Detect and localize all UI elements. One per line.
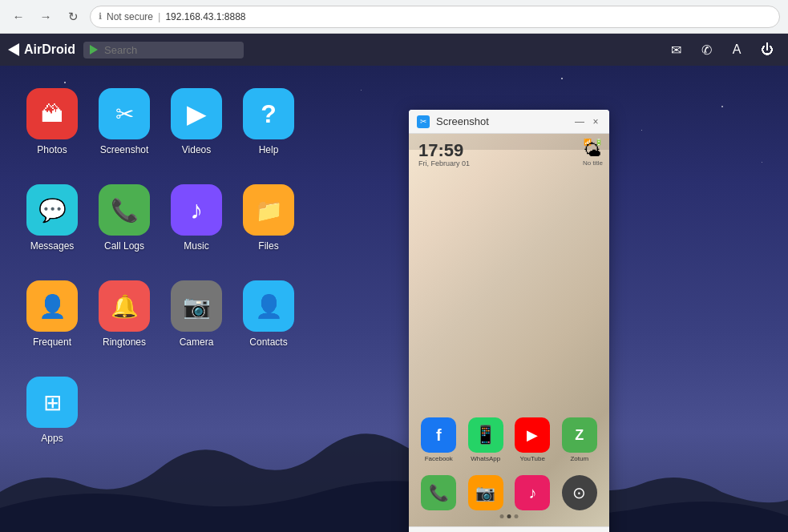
minimize-button[interactable]: — <box>574 116 585 127</box>
photos-icon: 🏔 <box>26 88 78 139</box>
app-item-help[interactable]: ? Help <box>232 74 305 170</box>
app-item-videos[interactable]: ▶ Videos <box>160 74 232 170</box>
videos-icon: ▶ <box>171 88 222 139</box>
dot-3 <box>515 514 519 518</box>
calllogs-icon: 📞 <box>99 184 150 236</box>
message-icon-btn[interactable]: ✉ <box>663 37 689 62</box>
url-text: 192.168.43.1:8888 <box>165 11 245 22</box>
camera-icon: 📷 <box>171 280 222 332</box>
youtube-icon: ▶ <box>515 417 550 453</box>
window-title-text: Screenshot <box>436 115 568 127</box>
phone-app-gallery[interactable]: ⊙ <box>562 475 597 510</box>
refresh-button[interactable]: ↻ <box>63 6 83 27</box>
facebook-icon: f <box>421 417 456 453</box>
screenshot-window: ✂ Screenshot — × 📶 🔋 17:59 Fri, February… <box>409 110 609 532</box>
page-dots <box>500 514 519 518</box>
separator: | <box>158 10 160 22</box>
window-controls: — × <box>574 116 601 127</box>
photos-label: Photos <box>37 144 67 155</box>
app-item-music[interactable]: ♪ Music <box>160 170 232 266</box>
app-grid: 🏔 Photos ✂ Screenshot ▶ Videos ? Help 💬 … <box>16 74 305 458</box>
calllogs-label: Call Logs <box>104 240 144 252</box>
dot-2 <box>507 514 511 518</box>
not-secure-label: Not secure <box>107 11 153 22</box>
airdroid-logo: AirDroid <box>8 42 75 57</box>
airdroid-bar: AirDroid ✉ ✆ A ⏻ <box>0 34 788 66</box>
main-area: AirDroid ✉ ✆ A ⏻ 🏔 Photos ✂ Screenshot ▶… <box>0 34 788 532</box>
whatsapp-label: WhatsApp <box>471 455 500 462</box>
close-button[interactable]: × <box>590 116 601 127</box>
power-icon-btn[interactable]: ⏻ <box>754 37 780 62</box>
browser-chrome: ← → ↻ ℹ Not secure | 192.168.43.1:8888 <box>0 0 788 34</box>
app-item-ringtones[interactable]: 🔔 Ringtones <box>88 266 160 362</box>
search-input[interactable] <box>104 44 216 56</box>
phone-call-icon: 📞 <box>421 475 456 510</box>
phone-date: Fri, February 01 <box>418 159 470 167</box>
app-item-files[interactable]: 📁 Files <box>232 170 305 266</box>
whatsapp-icon: 📱 <box>468 417 503 453</box>
youtube-label: YouTube <box>520 455 545 462</box>
app-item-photos[interactable]: 🏔 Photos <box>16 74 88 170</box>
phone-app-camera2[interactable]: 📷 <box>468 475 503 510</box>
logo-triangle-icon <box>8 43 19 56</box>
zotum-icon: Z <box>562 417 597 453</box>
screenshot-icon: ✂ <box>99 88 150 139</box>
top-icons: ✉ ✆ A ⏻ <box>663 37 780 62</box>
files-icon: 📁 <box>243 184 294 236</box>
app-item-screenshot[interactable]: ✂ Screenshot <box>88 74 160 170</box>
forward-button[interactable]: → <box>35 6 56 27</box>
phone-app-music2[interactable]: ♪ <box>515 475 550 510</box>
phone-app-phone[interactable]: 📞 <box>421 475 456 510</box>
app-item-messages[interactable]: 💬 Messages <box>16 170 88 266</box>
search-box[interactable] <box>83 42 244 58</box>
zotum-label: Zotum <box>570 455 588 462</box>
phone-app-whatsapp[interactable]: 📱 WhatsApp <box>468 417 503 462</box>
phone-screen: 📶 🔋 17:59 Fri, February 01 🌤 No title f … <box>409 134 609 526</box>
phone-weather-icon: 🌤 <box>584 140 601 161</box>
window-title-icon: ✂ <box>417 115 430 128</box>
messages-icon: 💬 <box>26 184 78 236</box>
back-button[interactable]: ← <box>8 6 29 27</box>
app-item-frequent[interactable]: 👤 Frequent <box>16 266 88 362</box>
music-label: Music <box>184 240 208 252</box>
dot-1 <box>500 514 504 518</box>
star <box>561 78 563 79</box>
contacts-icon: 👤 <box>243 280 294 332</box>
ringtones-label: Ringtones <box>103 337 146 348</box>
app-item-calllogs[interactable]: 📞 Call Logs <box>88 170 160 266</box>
phone-gallery-icon: ⊙ <box>562 475 597 510</box>
app-item-contacts[interactable]: 👤 Contacts <box>232 266 305 362</box>
contacts-label: Contacts <box>249 337 287 348</box>
phone-weather-text: No title <box>583 159 603 167</box>
apps-label: Apps <box>41 433 63 444</box>
phone-time: 17:59 <box>418 140 463 161</box>
phone-apps-row1: f Facebook 📱 WhatsApp ▶ YouTube <box>409 417 609 462</box>
phone-app-facebook[interactable]: f Facebook <box>421 417 456 462</box>
help-icon: ? <box>243 88 294 139</box>
star <box>721 106 723 107</box>
lock-icon: ℹ <box>99 11 102 22</box>
phone-app-zotum[interactable]: Z Zotum <box>562 417 597 462</box>
app-item-apps[interactable]: ⊞ Apps <box>16 362 88 458</box>
window-toolbar: ✂ ▼ 👁 ⏸ ↻ ⛶ <box>409 526 609 532</box>
phone-apps-row2: 📞 📷 ♪ ⊙ <box>409 475 609 510</box>
window-titlebar: ✂ Screenshot — × <box>409 110 609 134</box>
app-item-camera[interactable]: 📷 Camera <box>160 266 232 362</box>
frequent-icon: 👤 <box>26 280 78 332</box>
videos-label: Videos <box>182 144 211 155</box>
star <box>762 162 762 163</box>
star <box>361 90 362 91</box>
address-bar[interactable]: ℹ Not secure | 192.168.43.1:8888 <box>90 6 780 28</box>
facebook-label: Facebook <box>425 455 453 462</box>
text-icon-btn[interactable]: A <box>724 37 750 62</box>
frequent-label: Frequent <box>33 337 71 348</box>
phone-music-icon: ♪ <box>515 475 550 510</box>
files-label: Files <box>258 240 278 252</box>
star <box>641 130 642 131</box>
phone-app-youtube[interactable]: ▶ YouTube <box>515 417 550 462</box>
airdroid-text: AirDroid <box>24 42 75 57</box>
phone-icon-btn[interactable]: ✆ <box>693 37 719 62</box>
apps-icon: ⊞ <box>26 377 78 428</box>
phone-camera-icon: 📷 <box>468 475 503 510</box>
help-label: Help <box>259 144 279 155</box>
